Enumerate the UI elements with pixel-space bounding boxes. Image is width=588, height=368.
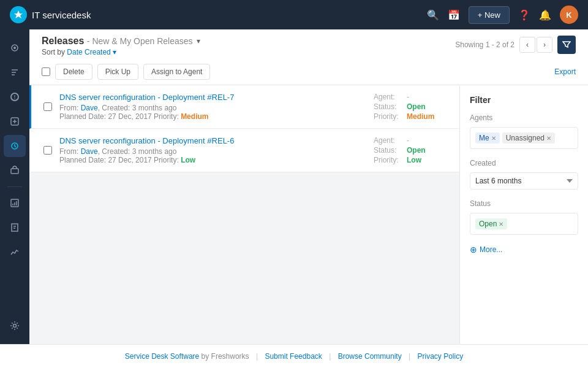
release-list: DNS server reconfiguration - Deployment …	[29, 85, 459, 344]
release-meta-1: From: Dave, Created: 3 months ago Planne…	[59, 104, 374, 121]
next-page-button[interactable]: ›	[537, 37, 552, 53]
app-name: IT servicedesk	[32, 10, 91, 20]
pickup-button[interactable]: Pick Up	[97, 64, 138, 80]
svg-point-1	[13, 47, 16, 49]
filter-agents-section: Agents Me ✕ Unassigned ✕	[470, 113, 578, 149]
sidebar-item-problems[interactable]	[4, 86, 26, 108]
filter-tag-open: Open ✕	[475, 218, 507, 229]
release-fields-2: Agent: - Status: Open Priority: Low	[374, 136, 447, 164]
sidebar	[0, 29, 29, 344]
release-title-link-2[interactable]: DNS server reconfiguration - Deployment	[59, 136, 205, 145]
release-planned-1: Planned Date: 27 Dec, 2017 Priority: Med…	[59, 112, 208, 121]
filter-tag-unassigned: Unassigned ✕	[502, 132, 555, 144]
release-priority-field-1: Priority: Medium	[374, 112, 447, 121]
app-logo: IT servicedesk	[10, 6, 420, 23]
release-meta-2: From: Dave, Created: 3 months ago Planne…	[59, 147, 374, 164]
release-created-2: 3 months ago	[132, 147, 177, 156]
table-row[interactable]: DNS server reconfiguration - Deployment …	[29, 129, 459, 172]
footer-by: by Freshworks	[202, 352, 249, 361]
release-planned-2: Planned Date: 27 Dec, 2017 Priority: Low	[59, 156, 195, 164]
sidebar-item-analytics[interactable]	[4, 241, 26, 263]
release-checkbox-1[interactable]	[43, 102, 52, 111]
table-row[interactable]: DNS server reconfiguration - Deployment …	[29, 85, 459, 129]
release-status-value-1: Open	[407, 102, 426, 111]
sidebar-divider	[7, 186, 22, 187]
release-status-field-2: Status: Open	[374, 146, 447, 155]
release-created-1: 3 months ago	[132, 104, 177, 112]
filter-created-section: Created Last 6 months Last month Last we…	[470, 159, 578, 190]
assign-agent-button[interactable]: Assign to Agent	[143, 64, 210, 80]
feedback-link[interactable]: Submit Feedback	[265, 352, 322, 361]
page-subtitle: - New & My Open Releases	[87, 36, 193, 46]
filter-status-section: Status Open ✕	[470, 199, 578, 235]
release-from-1[interactable]: Dave	[81, 104, 98, 112]
release-priority-value-1: Medium	[407, 112, 434, 121]
release-id-1[interactable]: #REL-7	[207, 93, 234, 102]
release-status-field-1: Status: Open	[374, 102, 447, 111]
filter-agents-tags: Me ✕ Unassigned ✕	[470, 127, 578, 149]
svg-rect-4	[11, 169, 18, 174]
filter-status-label: Status	[470, 199, 578, 208]
calendar-icon[interactable]: 📅	[448, 9, 460, 21]
sidebar-item-knowledge[interactable]	[4, 217, 26, 239]
page-title: Releases - New & My Open Releases	[42, 36, 193, 47]
sidebar-item-settings[interactable]	[4, 315, 26, 337]
release-title-2: DNS server reconfiguration - Deployment …	[59, 136, 374, 145]
sidebar-item-assets[interactable]	[4, 159, 26, 182]
sidebar-item-changes[interactable]	[4, 110, 26, 132]
sort-arrow[interactable]: ▾	[113, 48, 116, 56]
footer: Service Desk Software by Freshworks | Su…	[0, 344, 588, 368]
filter-tag-me-remove[interactable]: ✕	[491, 135, 496, 142]
release-from-2[interactable]: Dave	[81, 147, 98, 156]
top-navigation: IT servicedesk 🔍 📅 + New ❓ 🔔 K	[0, 0, 588, 29]
page-dropdown-icon[interactable]: ▾	[197, 37, 200, 45]
notifications-icon[interactable]: 🔔	[539, 9, 551, 21]
page-title-row: Releases - New & My Open Releases ▾	[42, 36, 200, 47]
release-id-2[interactable]: #REL-6	[207, 136, 234, 145]
filter-created-label: Created	[470, 159, 578, 167]
sidebar-item-releases[interactable]	[4, 135, 26, 157]
showing-count: Showing 1 - 2 of 2	[455, 40, 514, 49]
filter-panel: Filter Agents Me ✕ Unassigned ✕	[459, 85, 588, 344]
prev-page-button[interactable]: ‹	[519, 37, 535, 53]
export-button[interactable]: Export	[554, 67, 576, 76]
topnav-actions: 🔍 📅 + New ❓ 🔔 K	[427, 6, 578, 24]
sidebar-item-home[interactable]	[4, 37, 26, 59]
svg-point-6	[13, 324, 17, 328]
release-agent-value-2: -	[407, 136, 409, 145]
release-agent-field-1: Agent: -	[374, 93, 447, 101]
release-status-value-2: Open	[407, 146, 426, 155]
release-priority-field-2: Priority: Low	[374, 156, 447, 164]
sort-row: Sort by Date Created ▾	[42, 48, 200, 56]
avatar[interactable]: K	[560, 6, 578, 24]
filter-tag-open-remove[interactable]: ✕	[499, 221, 503, 228]
delete-button[interactable]: Delete	[55, 64, 92, 80]
new-button[interactable]: + New	[469, 6, 510, 24]
filter-created-select[interactable]: Last 6 months Last month Last week Today	[470, 172, 578, 190]
privacy-link[interactable]: Privacy Policy	[417, 352, 463, 361]
select-all-checkbox[interactable]	[42, 67, 50, 76]
release-agent-field-2: Agent: -	[374, 136, 447, 145]
logo-icon	[10, 6, 27, 23]
sidebar-item-tickets[interactable]	[4, 61, 26, 83]
release-title-1: DNS server reconfiguration - Deployment …	[59, 93, 374, 102]
release-title-link-1[interactable]: DNS server reconfiguration - Deployment	[59, 93, 205, 102]
software-link[interactable]: Service Desk Software	[125, 352, 199, 361]
help-icon[interactable]: ❓	[518, 9, 530, 21]
release-agent-value-1: -	[407, 93, 409, 101]
filter-tag-unassigned-remove[interactable]: ✕	[546, 135, 551, 142]
filter-button[interactable]	[557, 36, 576, 54]
release-fields-1: Agent: - Status: Open Priority: Medium	[374, 93, 447, 121]
release-info-1: DNS server reconfiguration - Deployment …	[59, 93, 374, 121]
filter-agents-label: Agents	[470, 113, 578, 122]
sort-by-date[interactable]: Date Created	[67, 48, 110, 56]
filter-tag-me: Me ✕	[475, 132, 500, 144]
community-link[interactable]: Browse Community	[338, 352, 402, 361]
filter-title: Filter	[470, 95, 578, 105]
sidebar-item-reports[interactable]	[4, 192, 26, 214]
release-checkbox-2[interactable]	[43, 146, 52, 155]
pagination: ‹ ›	[519, 37, 552, 53]
release-info-2: DNS server reconfiguration - Deployment …	[59, 136, 374, 164]
more-filters-link[interactable]: ⊕ More...	[470, 245, 578, 255]
search-icon[interactable]: 🔍	[427, 9, 439, 21]
